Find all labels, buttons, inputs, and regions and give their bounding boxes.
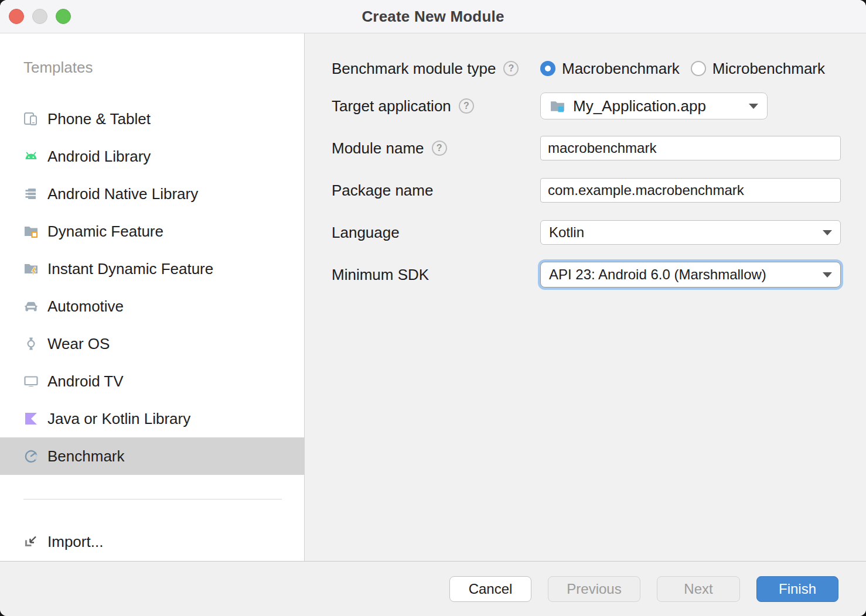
sidebar-item-label: Phone & Tablet <box>47 110 151 128</box>
sidebar-item-label: Android Native Library <box>47 185 198 203</box>
chip-icon <box>23 186 39 201</box>
cancel-button[interactable]: Cancel <box>449 576 531 602</box>
phone-tablet-icon <box>23 111 39 126</box>
android-icon <box>23 149 39 164</box>
sidebar-item-android-library[interactable]: Android Library <box>0 138 304 175</box>
minimum-sdk-row: Minimum SDK API 23: Android 6.0 (Marshma… <box>332 261 854 288</box>
dialog-footer: Cancel Previous Next Finish <box>0 561 866 616</box>
sidebar-item-dynamic-feature[interactable]: Dynamic Feature <box>0 213 304 250</box>
sidebar-item-instant-dynamic-feature[interactable]: Instant Dynamic Feature <box>0 250 304 288</box>
titlebar: Create New Module <box>0 0 866 33</box>
microbenchmark-radio-label[interactable]: Microbenchmark <box>712 60 825 78</box>
folder-square-icon <box>23 224 39 239</box>
sidebar-item-wear-os[interactable]: Wear OS <box>0 325 304 362</box>
module-name-label: Module name <box>332 139 424 158</box>
language-value: Kotlin <box>549 224 584 241</box>
package-name-row: Package name <box>332 177 854 204</box>
language-label: Language <box>332 224 400 242</box>
sidebar-item-android-tv[interactable]: Android TV <box>0 362 304 400</box>
sidebar-item-phone-tablet[interactable]: Phone & Tablet <box>0 100 304 138</box>
sidebar-item-benchmark[interactable]: Benchmark <box>0 437 304 475</box>
sidebar-item-label: Benchmark <box>47 447 125 466</box>
chevron-down-icon <box>823 230 832 235</box>
sidebar-item-label: Import... <box>47 533 103 551</box>
macrobenchmark-radio[interactable] <box>540 61 555 76</box>
module-name-input[interactable] <box>540 136 841 160</box>
minimum-sdk-label: Minimum SDK <box>332 266 429 284</box>
chevron-down-icon <box>823 272 832 278</box>
benchmark-module-type-row: Benchmark module type ? Macrobenchmark M… <box>332 55 854 82</box>
help-icon[interactable]: ? <box>503 61 519 76</box>
car-icon <box>23 299 39 314</box>
target-application-dropdown[interactable]: My_Application.app <box>540 93 768 119</box>
speedometer-icon <box>23 449 39 464</box>
templates-sidebar: Templates Phone & Tablet Android Library… <box>0 33 305 561</box>
sidebar-item-import[interactable]: Import... <box>0 523 304 560</box>
minimum-sdk-value: API 23: Android 6.0 (Marshmallow) <box>549 266 766 283</box>
import-icon <box>23 534 39 549</box>
sidebar-item-label: Android Library <box>47 148 151 166</box>
sidebar-item-java-kotlin-library[interactable]: Java or Kotlin Library <box>0 400 304 437</box>
minimum-sdk-dropdown[interactable]: API 23: Android 6.0 (Marshmallow) <box>540 262 841 288</box>
sidebar-divider <box>23 499 282 499</box>
microbenchmark-radio[interactable] <box>691 61 706 76</box>
zoom-window-button[interactable] <box>56 9 71 24</box>
module-name-row: Module name ? <box>332 135 854 162</box>
sidebar-item-label: Wear OS <box>47 335 110 353</box>
sidebar-item-automotive[interactable]: Automotive <box>0 288 304 325</box>
help-icon[interactable]: ? <box>459 98 474 114</box>
finish-button[interactable]: Finish <box>756 576 838 602</box>
sidebar-item-label: Instant Dynamic Feature <box>47 260 213 278</box>
kotlin-icon <box>23 411 39 426</box>
language-dropdown[interactable]: Kotlin <box>540 220 841 245</box>
close-window-button[interactable] <box>9 9 24 24</box>
sidebar-item-label: Android TV <box>47 372 124 391</box>
previous-button: Previous <box>548 576 640 602</box>
package-name-input[interactable] <box>540 178 841 203</box>
create-new-module-dialog: Create New Module Templates Phone & Tabl… <box>0 0 866 616</box>
watch-icon <box>23 336 39 351</box>
tv-icon <box>23 374 39 389</box>
next-button: Next <box>657 576 740 602</box>
sidebar-item-label: Java or Kotlin Library <box>47 410 190 428</box>
chevron-down-icon <box>749 104 758 109</box>
dialog-title: Create New Module <box>362 8 504 26</box>
sidebar-item-android-native-library[interactable]: Android Native Library <box>0 175 304 213</box>
help-icon[interactable]: ? <box>432 141 447 156</box>
folder-bolt-icon <box>23 261 39 276</box>
target-application-row: Target application ? My_Application.app <box>332 93 854 119</box>
language-row: Language Kotlin <box>332 219 854 246</box>
templates-header: Templates <box>23 59 304 77</box>
module-config-panel: Benchmark module type ? Macrobenchmark M… <box>305 33 866 561</box>
template-list: Phone & Tablet Android Library Android N… <box>0 100 304 475</box>
benchmark-module-type-label: Benchmark module type <box>332 60 496 78</box>
target-application-label: Target application <box>332 97 451 115</box>
macrobenchmark-radio-label[interactable]: Macrobenchmark <box>562 60 680 78</box>
minimize-window-button[interactable] <box>32 9 47 24</box>
app-module-icon <box>550 98 565 114</box>
package-name-label: Package name <box>332 182 433 200</box>
sidebar-item-label: Dynamic Feature <box>47 223 163 241</box>
target-application-value: My_Application.app <box>573 97 706 115</box>
sidebar-item-label: Automotive <box>47 297 124 316</box>
